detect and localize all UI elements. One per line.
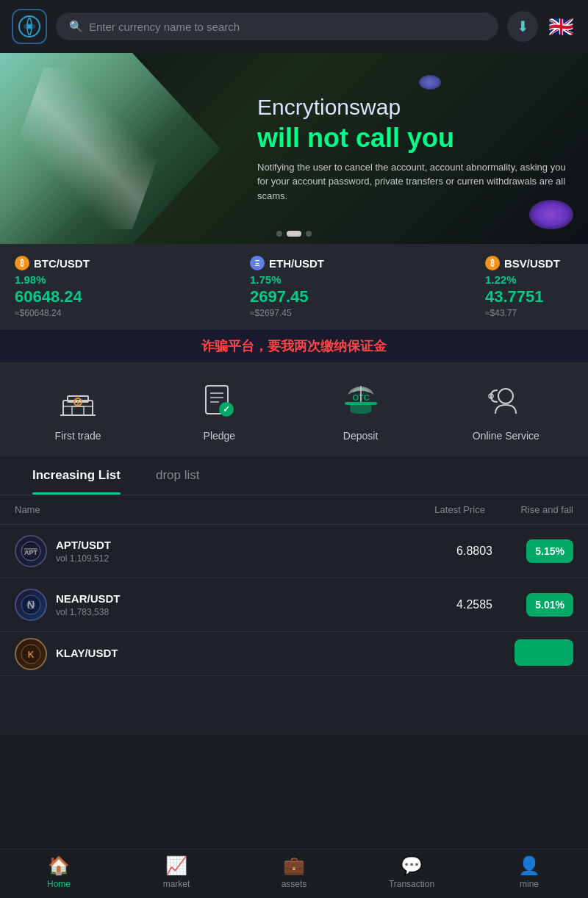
btc-icon: ₿: [15, 256, 29, 270]
nav-spacer: [0, 676, 588, 735]
list-item-klay[interactable]: K KLAY/USDT: [0, 632, 588, 676]
home-label: Home: [47, 879, 71, 889]
bottom-nav: 🏠 Home 📈 market 💼 assets 💬 Transaction 👤…: [0, 849, 588, 898]
first-trade-icon: ₿: [54, 377, 101, 424]
header-change: Rise and fall: [485, 504, 573, 515]
action-online-service[interactable]: Online Service: [473, 377, 539, 442]
btc-value: 60648.24: [15, 287, 82, 306]
banner-blob-large: [529, 200, 573, 229]
eth-usd: ≈$2697.45: [250, 308, 292, 318]
action-pledge[interactable]: ✓ Pledge: [190, 377, 248, 442]
list-section: Increasing List drop list Name Latest Pr…: [0, 456, 588, 735]
promo-banner: Encrytionswap will not call you Notifyin…: [0, 53, 588, 244]
svg-text:APT: APT: [24, 549, 38, 556]
nav-market[interactable]: 📈 market: [147, 855, 206, 889]
svg-point-1: [27, 24, 32, 29]
home-icon: 🏠: [48, 855, 70, 876]
deposit-label: Deposit: [343, 430, 378, 442]
near-price: 4.2585: [390, 598, 492, 611]
banner-description: Notifying the user to cancel the account…: [257, 160, 566, 204]
klay-symbol: KLAY/USDT: [56, 647, 390, 659]
action-first-trade[interactable]: ₿ First trade: [49, 377, 107, 442]
apt-symbol: APT/USDT: [56, 539, 390, 551]
online-service-icon: [482, 377, 529, 424]
svg-text:N: N: [27, 599, 35, 611]
assets-label: assets: [282, 879, 307, 889]
nav-mine[interactable]: 👤 mine: [500, 855, 559, 889]
klay-change: [492, 639, 573, 669]
banner-dot-3[interactable]: [306, 231, 312, 237]
apt-price: 6.8803: [390, 545, 492, 558]
transaction-label: Transaction: [389, 879, 434, 889]
bsv-value: 43.7751: [485, 287, 544, 306]
banner-dot-1[interactable]: [276, 231, 282, 237]
svg-rect-15: [345, 402, 377, 405]
online-service-label: Online Service: [473, 430, 539, 442]
price-item-bsv[interactable]: ₿ BSV/USDT 1.22% 43.7751 ≈$43.77: [485, 256, 573, 318]
first-trade-label: First trade: [55, 430, 101, 442]
btc-pair-label: BTC/USDT: [34, 257, 90, 270]
tab-drop-list[interactable]: drop list: [138, 456, 218, 495]
warning-text: 诈骗平台，要我两次缴纳保证金: [15, 337, 573, 355]
near-vol: vol 1,783,538: [56, 607, 390, 617]
eth-change: 1.75%: [250, 273, 282, 286]
quick-actions: ₿ First trade ✓ Pledge OTC: [0, 362, 588, 456]
banner-title2: will not call you: [257, 123, 566, 153]
list-header: Name Latest Price Rise and fall: [0, 495, 588, 525]
svg-text:₿: ₿: [76, 400, 79, 406]
language-button[interactable]: 🇬🇧: [545, 11, 576, 42]
list-item-near[interactable]: N NEAR/USDT vol 1,783,538 4.2585 5.01%: [0, 578, 588, 632]
market-label: market: [163, 879, 190, 889]
near-change: 5.01%: [492, 593, 573, 617]
banner-title1: Encrytionswap: [257, 94, 566, 121]
apt-change-badge: 5.15%: [526, 539, 573, 563]
eth-icon: Ξ: [250, 256, 265, 270]
banner-dot-2[interactable]: [287, 231, 301, 237]
search-placeholder: Enter currency name to search: [89, 21, 240, 33]
tab-increasing-list[interactable]: Increasing List: [15, 456, 138, 495]
price-item-btc[interactable]: ₿ BTC/USDT 1.98% 60648.24 ≈$60648.24: [15, 256, 103, 318]
download-button[interactable]: ⬇: [507, 11, 538, 42]
header-name: Name: [15, 504, 382, 515]
eth-pair: Ξ ETH/USDT: [250, 256, 324, 270]
banner-content: Encrytionswap will not call you Notifyin…: [257, 94, 566, 203]
list-item-apt[interactable]: APT APT/USDT vol 1,109,512 6.8803 5.15%: [0, 525, 588, 578]
apt-vol: vol 1,109,512: [56, 553, 390, 564]
nav-transaction[interactable]: 💬 Transaction: [382, 855, 441, 889]
header: 🔍 Enter currency name to search ⬇ 🇬🇧: [0, 0, 588, 53]
bsv-pair: ₿ BSV/USDT: [485, 256, 560, 270]
near-change-badge: 5.01%: [526, 593, 573, 617]
deposit-icon: OTC: [337, 377, 384, 424]
app-logo[interactable]: [12, 9, 47, 44]
klay-info: KLAY/USDT: [56, 647, 390, 661]
near-symbol: NEAR/USDT: [56, 592, 390, 605]
pledge-label: Pledge: [204, 430, 236, 442]
price-ticker: ₿ BTC/USDT 1.98% 60648.24 ≈$60648.24 Ξ E…: [0, 244, 588, 330]
transaction-icon: 💬: [401, 855, 423, 876]
mine-icon: 👤: [518, 855, 540, 876]
header-actions: ⬇ 🇬🇧: [507, 11, 576, 42]
btc-pair: ₿ BTC/USDT: [15, 256, 90, 270]
apt-change: 5.15%: [492, 539, 573, 563]
banner-dots: [276, 231, 312, 237]
action-deposit[interactable]: OTC Deposit: [331, 377, 390, 442]
bsv-pair-label: BSV/USDT: [504, 257, 560, 270]
assets-icon: 💼: [283, 855, 305, 876]
search-bar[interactable]: 🔍 Enter currency name to search: [56, 12, 498, 40]
near-logo: N: [15, 589, 47, 621]
apt-logo: APT: [15, 535, 47, 567]
apt-info: APT/USDT vol 1,109,512: [56, 539, 390, 564]
price-item-eth[interactable]: Ξ ETH/USDT 1.75% 2697.45 ≈$2697.45: [250, 256, 338, 318]
nav-home[interactable]: 🏠 Home: [29, 855, 88, 889]
header-price: Latest Price: [382, 504, 485, 515]
market-icon: 📈: [165, 855, 187, 876]
klay-change-badge: [514, 639, 573, 666]
klay-logo: K: [15, 638, 47, 670]
svg-point-17: [498, 389, 513, 403]
bsv-usd: ≈$43.77: [485, 308, 517, 318]
warning-banner: 诈骗平台，要我两次缴纳保证金: [0, 330, 588, 362]
nav-assets[interactable]: 💼 assets: [265, 855, 323, 889]
svg-text:K: K: [28, 650, 35, 660]
svg-rect-5: [72, 406, 84, 415]
mine-label: mine: [520, 879, 539, 889]
